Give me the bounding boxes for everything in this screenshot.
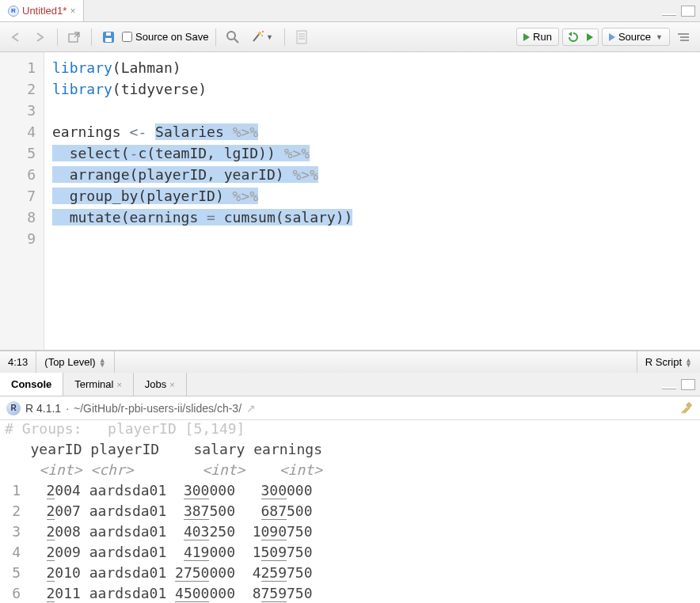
document-tab[interactable]: R Untitled1* × — [0, 0, 84, 21]
rerun-icon — [587, 33, 593, 41]
source-editor[interactable]: 123456789 library(Lahman)library(tidyver… — [0, 52, 700, 351]
console-output[interactable]: # Groups: playerID [5,149] yearID player… — [0, 420, 700, 603]
code-area[interactable]: library(Lahman)library(tidyverse) earnin… — [44, 52, 700, 350]
svg-point-6 — [258, 32, 261, 35]
svg-point-7 — [262, 31, 264, 32]
source-icon — [609, 33, 615, 41]
maximize-pane-icon[interactable] — [681, 6, 695, 17]
code-tools-button[interactable]: ▼ — [246, 27, 278, 47]
editor-statusbar: 4:13 (Top Level)▲▼ R Script▲▼ — [0, 351, 700, 373]
rerun-button[interactable] — [562, 28, 599, 46]
svg-rect-3 — [106, 32, 111, 36]
run-label: Run — [533, 31, 552, 43]
maximize-pane-icon[interactable] — [681, 379, 695, 390]
document-tabbar: R Untitled1* × — [0, 0, 700, 22]
r-file-icon: R — [8, 6, 19, 17]
scope-selector[interactable]: (Top Level)▲▼ — [36, 351, 114, 373]
source-on-save-checkbox[interactable] — [122, 32, 132, 42]
svg-point-4 — [227, 32, 235, 40]
source-on-save-toggle[interactable]: Source on Save — [122, 31, 209, 43]
source-label: Source — [618, 31, 651, 43]
editor-toolbar: Source on Save ▼ Run Source ▼ — [0, 22, 700, 52]
tab-jobs[interactable]: Jobs× — [134, 373, 187, 396]
minimize-pane-icon[interactable] — [662, 13, 676, 16]
forward-button[interactable] — [30, 27, 51, 47]
tab-terminal[interactable]: Terminal× — [63, 373, 134, 396]
r-logo-icon: R — [6, 401, 21, 415]
svg-point-8 — [261, 35, 263, 36]
goto-dir-icon[interactable]: ↗ — [246, 402, 256, 415]
source-button[interactable]: Source ▼ — [602, 28, 670, 46]
close-tab-icon[interactable]: × — [70, 6, 75, 17]
source-on-save-label: Source on Save — [135, 31, 209, 43]
svg-line-5 — [234, 39, 238, 43]
close-icon[interactable]: × — [169, 380, 174, 389]
line-gutter: 123456789 — [0, 52, 44, 350]
close-icon[interactable]: × — [116, 380, 121, 389]
r-version: R 4.1.1 — [25, 402, 61, 415]
save-button[interactable] — [98, 27, 119, 47]
svg-rect-2 — [105, 38, 112, 42]
run-button[interactable]: Run — [516, 28, 559, 46]
console-tabbar: Console Terminal× Jobs× — [0, 373, 700, 396]
language-selector[interactable]: R Script▲▼ — [637, 351, 700, 373]
back-button[interactable] — [6, 27, 27, 47]
cursor-position: 4:13 — [0, 351, 36, 373]
console-header: R R 4.1.1 · ~/GitHub/r-pbi-users-ii/slid… — [0, 396, 700, 420]
run-icon — [523, 33, 530, 41]
tab-title: Untitled1* — [22, 5, 67, 17]
show-in-new-window-button[interactable] — [64, 27, 85, 47]
working-directory[interactable]: ~/GitHub/r-pbi-users-ii/slides/ch-3/ — [74, 402, 242, 415]
svg-rect-9 — [297, 31, 306, 44]
outline-button[interactable] — [673, 27, 694, 47]
tab-console[interactable]: Console — [0, 373, 63, 396]
compile-report-button[interactable] — [291, 27, 312, 47]
find-button[interactable] — [223, 27, 243, 47]
clear-console-icon[interactable] — [679, 401, 694, 415]
minimize-pane-icon[interactable] — [662, 387, 676, 389]
